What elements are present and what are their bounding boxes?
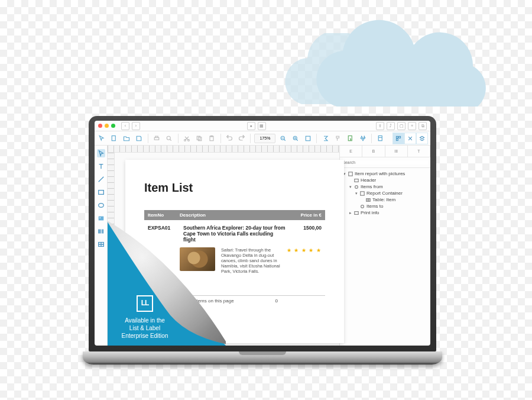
table-tool[interactable] bbox=[97, 240, 105, 249]
tree-search-input[interactable] bbox=[342, 160, 428, 164]
tree-print-info[interactable]: Print info bbox=[361, 210, 379, 215]
line-tool[interactable] bbox=[97, 175, 105, 183]
zoom-out-tool[interactable] bbox=[278, 133, 288, 144]
share-icon[interactable]: ⇪ bbox=[376, 122, 384, 130]
footer-total: 0 bbox=[275, 298, 278, 304]
svg-point-21 bbox=[99, 217, 100, 218]
image-tool[interactable] bbox=[97, 214, 105, 222]
svg-point-19 bbox=[98, 204, 103, 208]
col-description: Description bbox=[180, 212, 290, 218]
table-header: ItemNo Description Price in € bbox=[144, 210, 325, 220]
tree-table-item[interactable]: Table: Item bbox=[372, 197, 395, 202]
svg-rect-12 bbox=[306, 136, 310, 141]
ruler-horizontal bbox=[108, 146, 339, 153]
svg-rect-16 bbox=[399, 136, 401, 138]
page-layout-tool[interactable] bbox=[375, 133, 385, 144]
export-tool[interactable] bbox=[345, 133, 355, 144]
panel-tab-0[interactable]: E bbox=[340, 146, 362, 157]
ext-up-icon[interactable]: ⤴ bbox=[387, 122, 395, 130]
window-titlebar: ‹ › ● ▦ ⇪ ⤴ ▢ + ⧉ bbox=[95, 121, 430, 131]
pointer-tool[interactable] bbox=[97, 149, 105, 157]
svg-rect-14 bbox=[378, 136, 382, 140]
right-tab-group bbox=[392, 133, 428, 144]
svg-rect-23 bbox=[349, 172, 352, 175]
svg-rect-20 bbox=[98, 217, 103, 221]
objects-tab[interactable] bbox=[392, 133, 404, 144]
svg-rect-29 bbox=[355, 211, 358, 214]
tree-header[interactable]: Header bbox=[361, 178, 376, 183]
promo-line1: Available in the bbox=[112, 317, 177, 324]
object-tree[interactable]: ▾Item report with pictures Header ▾Items… bbox=[340, 168, 430, 218]
paste-tool[interactable] bbox=[207, 133, 217, 144]
svg-rect-2 bbox=[155, 136, 158, 137]
promo-line2: List & Label bbox=[112, 324, 177, 332]
promo-line3: Enterprise Edition bbox=[112, 332, 177, 340]
recycle-tool[interactable] bbox=[358, 133, 368, 144]
svg-rect-17 bbox=[396, 138, 398, 140]
print-tool[interactable] bbox=[152, 133, 162, 144]
new-doc-tool[interactable] bbox=[109, 133, 119, 144]
panel-tab-row: E B III T bbox=[340, 146, 430, 157]
zoom-in-tool[interactable] bbox=[290, 133, 300, 144]
tree-report-container[interactable]: Report Container bbox=[366, 191, 403, 196]
rating-stars: ★ ★ ★ ★ ★ bbox=[287, 247, 322, 274]
tree-root[interactable]: Item report with pictures bbox=[355, 171, 405, 176]
svg-point-28 bbox=[361, 205, 364, 208]
maximize-window-button[interactable] bbox=[111, 124, 115, 128]
report-title: Item List bbox=[144, 181, 325, 195]
redo-tool[interactable] bbox=[237, 133, 247, 144]
nav-back-icon[interactable]: ‹ bbox=[121, 122, 129, 130]
panel-tab-1[interactable]: B bbox=[362, 146, 385, 157]
cursor-tool[interactable] bbox=[97, 133, 107, 144]
rect-tool[interactable] bbox=[97, 188, 105, 196]
save-tool[interactable] bbox=[134, 133, 144, 144]
tree-items-from[interactable]: Items from bbox=[361, 184, 383, 189]
titlebar-grid-icon[interactable]: ▦ bbox=[258, 122, 266, 130]
cut-tool[interactable] bbox=[182, 133, 192, 144]
zoom-fit-tool[interactable] bbox=[303, 133, 313, 144]
layers-tab[interactable] bbox=[416, 133, 428, 144]
col-price: Price in € bbox=[290, 212, 322, 218]
open-tool[interactable] bbox=[122, 133, 132, 144]
laptop-frame: ‹ › ● ▦ ⇪ ⤴ ▢ + ⧉ bbox=[83, 116, 442, 364]
svg-rect-0 bbox=[112, 136, 116, 140]
item-detail-text: Safari: Travel through the Okavango Delt… bbox=[221, 247, 281, 274]
design-canvas[interactable]: Item List ItemNo Description Price in € … bbox=[108, 146, 339, 346]
laptop-base bbox=[83, 351, 442, 364]
text-tool[interactable] bbox=[97, 162, 105, 170]
undo-tool[interactable] bbox=[225, 133, 235, 144]
tree-items-to[interactable]: Items to bbox=[366, 204, 383, 209]
zoom-input[interactable] bbox=[254, 134, 275, 143]
sigma-tool[interactable] bbox=[320, 133, 330, 144]
minimize-window-button[interactable] bbox=[105, 124, 109, 128]
barcode-tool[interactable] bbox=[97, 227, 105, 236]
close-window-button[interactable] bbox=[98, 124, 102, 128]
svg-point-25 bbox=[355, 185, 358, 188]
svg-point-3 bbox=[167, 136, 171, 140]
panel-tab-2[interactable]: III bbox=[385, 146, 408, 157]
svg-rect-15 bbox=[396, 136, 398, 138]
main-toolbar bbox=[95, 131, 430, 146]
nav-fwd-icon[interactable]: › bbox=[132, 122, 140, 130]
svg-rect-18 bbox=[98, 191, 103, 195]
col-itemno: ItemNo bbox=[148, 212, 180, 218]
titlebar-record-icon[interactable]: ● bbox=[247, 122, 255, 130]
preview-tool[interactable] bbox=[164, 133, 174, 144]
cloud-decoration bbox=[307, 18, 508, 130]
promo-logo: LL bbox=[137, 295, 153, 312]
window-split-icon[interactable]: ▢ bbox=[397, 122, 406, 130]
app-window: ‹ › ● ▦ ⇪ ⤴ ▢ + ⧉ bbox=[95, 121, 430, 346]
structure-panel: E B III T ▾Item report with pictures Hea… bbox=[339, 146, 430, 346]
copy-tool[interactable] bbox=[194, 133, 205, 144]
ellipse-tool[interactable] bbox=[97, 201, 105, 209]
svg-rect-26 bbox=[361, 191, 364, 195]
tools-tab[interactable] bbox=[404, 133, 416, 144]
copy-icon[interactable]: ⧉ bbox=[419, 122, 427, 130]
panel-tab-3[interactable]: T bbox=[408, 146, 430, 157]
svg-rect-24 bbox=[355, 179, 358, 182]
left-tool-rail bbox=[95, 146, 108, 346]
promo-corner: LL Available in the List & Label Enterpr… bbox=[108, 221, 226, 346]
plus-icon[interactable]: + bbox=[408, 122, 416, 130]
cell-price: 1500,00 bbox=[290, 225, 322, 243]
format-painter-tool[interactable] bbox=[333, 133, 343, 144]
